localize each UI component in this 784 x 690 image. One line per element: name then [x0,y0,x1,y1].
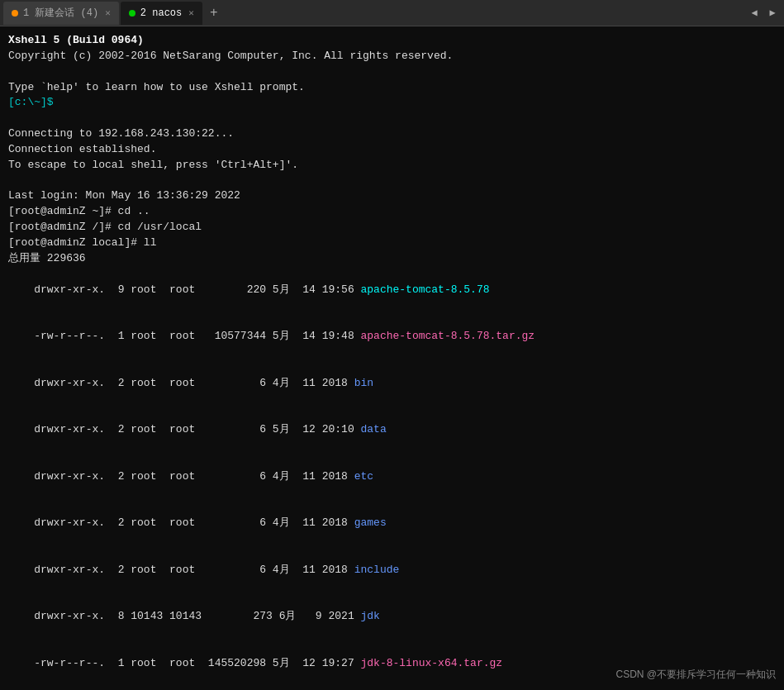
tab-nav-right[interactable]: ▶ [764,5,781,21]
terminal-line-17: drwxr-xr-x. 2 root root 6 4月 11 2018 etc [8,454,776,501]
watermark: CSDN @不要排斥学习任何一种知识 [615,668,776,682]
terminal-line-11: [root@adminZ local]# ll [8,236,776,251]
terminal-line-22: drwxr-xr-x. 2 root root 6 4月 11 2018 lib [8,687,776,690]
tab-1[interactable]: 1 新建会话 (4) ✕ [3,2,119,25]
terminal-line-3: Type `help' to learn how to use Xshell p… [8,80,776,96]
tab-2-close[interactable]: ✕ [188,7,194,18]
terminal-line-15: drwxr-xr-x. 2 root root 6 4月 11 2018 bin [8,360,776,407]
terminal-line-1: Xshell 5 (Build 0964) [8,33,776,49]
terminal-line-4: [c:\~]$ [8,95,776,111]
terminal-line-20: drwxr-xr-x. 8 10143 10143 273 6月 9 2021 … [8,593,776,640]
terminal-line-10: [root@adminZ /]# cd /usr/local [8,220,776,236]
terminal-line-blank-3 [8,174,776,189]
terminal-line-2: Copyright (c) 2002-2016 NetSarang Comput… [8,49,776,64]
tab-bar: 1 新建会话 (4) ✕ 2 nacos ✕ + ◀ ▶ [0,0,784,26]
terminal-line-18: drwxr-xr-x. 2 root root 6 4月 11 2018 gam… [8,500,776,547]
new-tab-button[interactable]: + [204,3,224,23]
tab-nav: ◀ ▶ [746,5,781,21]
terminal[interactable]: Xshell 5 (Build 0964) Copyright (c) 2002… [0,26,784,690]
terminal-line-13: drwxr-xr-x. 9 root root 220 5月 14 19:56 … [8,267,776,314]
terminal-line-9: [root@adminZ ~]# cd .. [8,204,776,220]
tab-2-dot [129,10,135,17]
terminal-line-blank-1 [8,64,776,80]
tab-1-label: 1 新建会话 (4) [23,6,98,20]
terminal-line-14: -rw-r--r--. 1 root root 10577344 5月 14 1… [8,313,776,360]
tab-1-close[interactable]: ✕ [105,7,111,18]
terminal-line-5: Connecting to 192.168.243.130:22... [8,126,776,142]
tab-2-label: 2 nacos [140,7,182,19]
terminal-line-19: drwxr-xr-x. 2 root root 6 4月 11 2018 inc… [8,547,776,594]
terminal-line-8: Last login: Mon May 16 13:36:29 2022 [8,188,776,204]
terminal-line-blank-2 [8,111,776,126]
tab-1-dot [12,10,18,17]
tab-nav-left[interactable]: ◀ [746,5,763,21]
terminal-line-6: Connection established. [8,142,776,158]
tab-2[interactable]: 2 nacos ✕ [121,2,202,25]
terminal-line-12: 总用量 229636 [8,251,776,267]
terminal-line-7: To escape to local shell, press 'Ctrl+Al… [8,158,776,174]
terminal-line-16: drwxr-xr-x. 2 root root 6 5月 12 20:10 da… [8,407,776,454]
